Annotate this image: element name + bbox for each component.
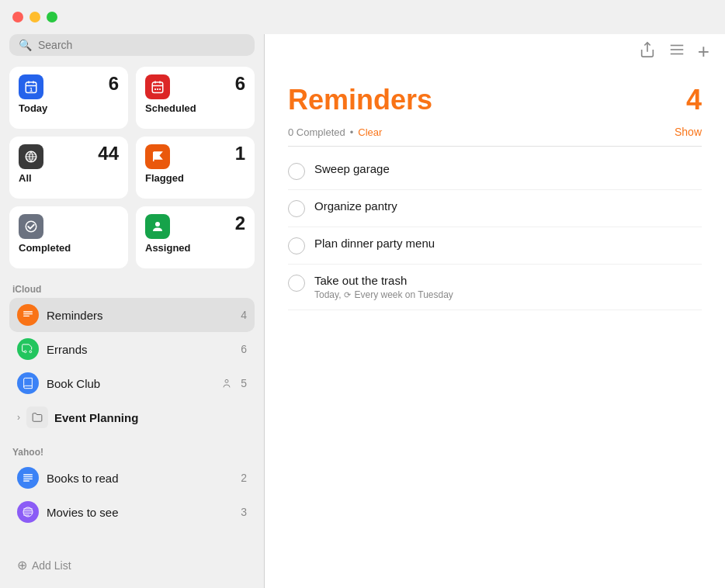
today-icon: 1 (19, 74, 43, 99)
scheduled-label: Scheduled (145, 102, 245, 114)
flagged-count: 1 (235, 144, 245, 163)
smart-card-completed[interactable]: Completed (9, 206, 128, 268)
smart-card-flagged[interactable]: 1 Flagged (136, 137, 255, 199)
flagged-icon (145, 144, 170, 169)
completed-icon (19, 214, 43, 239)
search-input[interactable] (38, 39, 245, 51)
repeat-icon: ⟳ (344, 290, 351, 300)
reminders-name: Reminders (47, 309, 233, 322)
reminder-title-3: Plan dinner party menu (314, 237, 435, 250)
add-list-icon: ⊕ (17, 558, 27, 572)
scheduled-count: 6 (235, 74, 245, 93)
svg-rect-2 (152, 82, 163, 93)
search-bar[interactable]: 🔍 (9, 34, 255, 56)
reminders-count: 4 (241, 309, 247, 321)
moviestosee-icon (17, 501, 39, 523)
menu-button[interactable] (668, 41, 685, 62)
smart-card-all[interactable]: 44 All (9, 137, 128, 199)
bookclub-shared-info (220, 377, 233, 389)
completed-separator: • (350, 126, 354, 138)
smart-card-today[interactable]: 1 6 Today (9, 67, 128, 129)
svg-point-5 (159, 88, 161, 90)
reminder-checkbox-2[interactable] (288, 200, 305, 217)
app-container: 🔍 1 6 Today (0, 34, 725, 588)
sidebar-item-errands[interactable]: Errands 6 (9, 332, 255, 366)
content-area: Reminders 4 0 Completed • Clear Show Swe… (265, 68, 725, 588)
completed-label: Completed (19, 242, 119, 254)
main-content: + Reminders 4 0 Completed • Clear Show (264, 34, 725, 588)
sidebar-item-bookclub[interactable]: Book Club 5 (9, 366, 255, 400)
svg-point-4 (157, 88, 158, 90)
reminder-title-1: Sweep garage (314, 162, 390, 175)
close-button[interactable] (12, 12, 23, 22)
title-bar (0, 0, 725, 34)
bookstoread-count: 2 (241, 472, 247, 484)
page-title-row: Reminders 4 (288, 84, 702, 116)
icloud-list: Reminders 4 Errands 6 (9, 298, 255, 434)
fullscreen-button[interactable] (47, 12, 57, 22)
svg-point-9 (24, 351, 26, 353)
reminder-item-2: Organize pantry (288, 190, 702, 227)
svg-point-8 (155, 222, 160, 227)
errands-count: 6 (241, 343, 247, 355)
chevron-right-icon: › (17, 412, 20, 423)
all-count: 44 (98, 144, 119, 163)
reminder-title-2: Organize pantry (314, 199, 397, 213)
add-list-button[interactable]: ⊕ Add List (9, 552, 255, 579)
all-label: All (19, 172, 119, 184)
sidebar-item-reminders[interactable]: Reminders 4 (9, 298, 255, 332)
eventplanning-icon (26, 406, 48, 428)
share-button[interactable] (639, 41, 656, 62)
smart-card-scheduled[interactable]: 6 Scheduled (136, 67, 255, 129)
page-title: Reminders (288, 84, 432, 116)
minimize-button[interactable] (29, 12, 40, 22)
yahoo-section-label: Yahoo! (9, 447, 255, 458)
clear-button[interactable]: Clear (358, 126, 382, 138)
today-count: 6 (109, 74, 119, 93)
completed-row: 0 Completed • Clear Show (288, 126, 702, 147)
reminder-checkbox-4[interactable] (288, 275, 305, 292)
today-label: Today (19, 102, 119, 114)
assigned-label: Assigned (145, 242, 245, 254)
moviestosee-name: Movies to see (47, 506, 233, 519)
reminders-icon (17, 304, 39, 326)
svg-text:1: 1 (29, 86, 33, 93)
search-icon: 🔍 (19, 39, 32, 51)
yahoo-list: Books to read 2 Movies to see 3 (9, 461, 255, 529)
sidebar-item-bookstoread[interactable]: Books to read 2 (9, 461, 255, 495)
reminder-title-4: Take out the trash (314, 274, 407, 287)
smart-grid: 1 6 Today (9, 67, 255, 268)
add-list-label: Add List (32, 559, 71, 572)
reminder-date-4: Today, (314, 289, 341, 300)
bookstoread-icon (17, 467, 39, 489)
bookclub-name: Book Club (47, 377, 213, 390)
reminder-item-1: Sweep garage (288, 153, 702, 190)
bookstoread-name: Books to read (47, 472, 233, 485)
reminder-checkbox-3[interactable] (288, 237, 305, 254)
reminder-item-4: Take out the trash Today, ⟳ Every week o… (288, 265, 702, 310)
moviestosee-count: 3 (241, 506, 247, 518)
add-reminder-button[interactable]: + (698, 40, 709, 64)
assigned-count: 2 (235, 214, 245, 233)
icloud-section-label: iCloud (9, 284, 255, 295)
reminder-checkbox-1[interactable] (288, 163, 305, 180)
assigned-icon (145, 214, 170, 239)
completed-info: 0 Completed • Clear (288, 126, 382, 138)
all-icon (19, 144, 43, 169)
svg-point-3 (154, 88, 156, 90)
traffic-lights (12, 12, 57, 22)
page-count: 4 (686, 84, 702, 116)
eventplanning-name: Event Planning (54, 411, 138, 424)
sidebar-item-moviestosee[interactable]: Movies to see 3 (9, 495, 255, 529)
show-button[interactable]: Show (675, 126, 702, 138)
completed-count-label: 0 Completed (288, 126, 345, 138)
svg-point-7 (26, 221, 36, 232)
flagged-label: Flagged (145, 172, 245, 184)
reminder-repeat-text-4: Every week on Tuesday (354, 289, 453, 300)
smart-card-assigned[interactable]: 2 Assigned (136, 206, 255, 268)
errands-icon (17, 338, 39, 360)
bookclub-count: 5 (241, 377, 247, 389)
scheduled-icon (145, 74, 170, 99)
sidebar-item-eventplanning[interactable]: › Event Planning (9, 400, 255, 434)
sidebar: 🔍 1 6 Today (0, 34, 264, 588)
